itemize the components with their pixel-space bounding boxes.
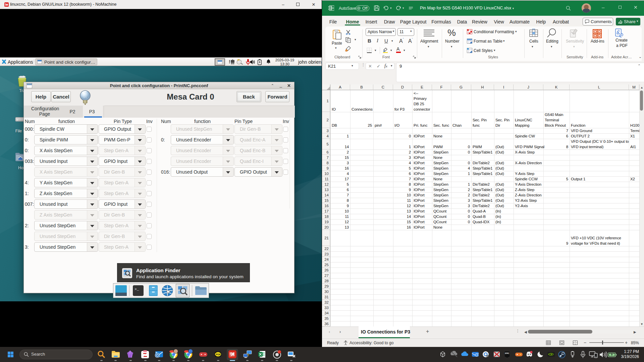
svg-text:>_: >_ [135, 287, 139, 291]
svg-text:EPIC: EPIC [505, 352, 509, 354]
svg-text:PDF: PDF [216, 353, 221, 356]
